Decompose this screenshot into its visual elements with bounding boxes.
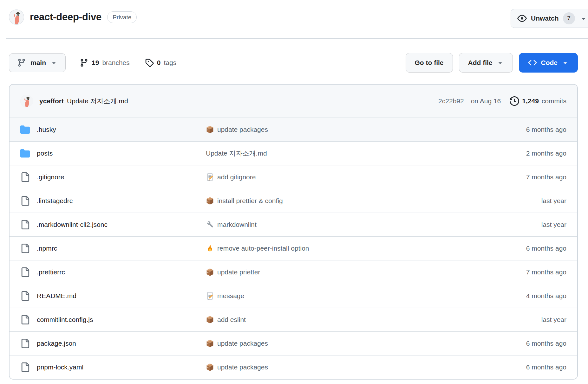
commit-message-cell: remove auto-peer-install option bbox=[206, 244, 465, 253]
branches-count: 19 bbox=[92, 59, 99, 67]
file-name-link[interactable]: .markdownlint-cli2.jsonc bbox=[37, 221, 108, 228]
file-name-link[interactable]: .gitignore bbox=[37, 173, 64, 181]
file-name-link[interactable]: .prettierrc bbox=[37, 268, 65, 276]
row-commit-date: 6 months ago bbox=[465, 340, 566, 347]
row-commit-message-link[interactable]: Update 저자소개.md bbox=[206, 149, 267, 158]
commit-meta: 2c22b92 on Aug 16 1,249 commits bbox=[438, 96, 566, 106]
file-icon bbox=[20, 244, 30, 253]
file-icon bbox=[20, 220, 30, 229]
file-name-link[interactable]: posts bbox=[37, 150, 53, 157]
commit-message-cell: install prettier & config bbox=[206, 197, 465, 205]
row-commit-message-link[interactable]: install prettier & config bbox=[217, 197, 283, 205]
commit-message-link[interactable]: Update 저자소개.md bbox=[67, 97, 128, 106]
row-commit-message-link[interactable]: remove auto-peer-install option bbox=[217, 245, 309, 252]
row-commit-date: 4 months ago bbox=[465, 292, 566, 300]
repo-owner-avatar[interactable] bbox=[9, 10, 24, 25]
table-row[interactable]: posts Update 저자소개.md 2 months ago bbox=[10, 141, 577, 165]
repo-stats: 19 branches 0 tags bbox=[80, 58, 176, 67]
table-row[interactable]: .prettierrc update prietter 7 months ago bbox=[10, 260, 577, 284]
file-name-cell: .gitignore bbox=[20, 172, 206, 182]
commit-author-avatar[interactable] bbox=[20, 95, 33, 107]
commit-message-cell: add eslint bbox=[206, 316, 465, 324]
header-divider bbox=[6, 38, 588, 39]
file-icon bbox=[20, 339, 30, 348]
package-emoji bbox=[206, 363, 214, 371]
watch-count-badge: 7 bbox=[563, 12, 575, 24]
branches-link[interactable]: 19 branches bbox=[80, 58, 130, 67]
commit-sha-link[interactable]: 2c22b92 bbox=[438, 97, 464, 105]
package-emoji bbox=[206, 268, 214, 276]
file-name-link[interactable]: .npmrc bbox=[37, 245, 57, 252]
tags-label: tags bbox=[164, 59, 176, 67]
chevron-down-icon bbox=[580, 15, 587, 22]
file-name-cell: .husky bbox=[20, 125, 206, 134]
commit-message-cell: markdownlint bbox=[206, 221, 465, 229]
file-name-cell: .npmrc bbox=[20, 244, 206, 253]
file-name-cell: package.json bbox=[20, 339, 206, 348]
file-name-link[interactable]: .husky bbox=[37, 126, 56, 133]
row-commit-message-link[interactable]: add gitignore bbox=[217, 173, 256, 181]
code-label: Code bbox=[541, 59, 558, 67]
folder-icon bbox=[20, 149, 30, 158]
row-commit-date: 2 months ago bbox=[465, 150, 566, 157]
table-row[interactable]: package.json update packages 6 months ag… bbox=[10, 331, 577, 355]
table-row[interactable]: pnpm-lock.yaml update packages 6 months … bbox=[10, 355, 577, 379]
commit-message-cell: Update 저자소개.md bbox=[206, 149, 465, 158]
memo-emoji bbox=[206, 292, 214, 300]
file-name-link[interactable]: pnpm-lock.yaml bbox=[37, 363, 83, 371]
wrench-emoji bbox=[206, 221, 214, 229]
latest-commit-bar: yceffort Update 저자소개.md 2c22b92 on Aug 1… bbox=[10, 85, 577, 118]
file-name-link[interactable]: README.md bbox=[37, 292, 76, 300]
branch-selector-button[interactable]: main bbox=[9, 53, 66, 72]
current-branch-label: main bbox=[30, 59, 46, 67]
row-commit-date: 7 months ago bbox=[465, 173, 566, 181]
file-name-link[interactable]: .lintstagedrc bbox=[37, 197, 73, 205]
row-commit-message-link[interactable]: update packages bbox=[217, 340, 268, 347]
table-row[interactable]: .gitignore add gitignore 7 months ago bbox=[10, 165, 577, 189]
repo-header: react-deep-dive Private bbox=[9, 10, 137, 25]
row-commit-date: last year bbox=[465, 197, 566, 205]
table-row[interactable]: README.md message 4 months ago bbox=[10, 284, 577, 308]
tags-link[interactable]: 0 tags bbox=[145, 58, 176, 67]
file-name-cell: commitlint.config.js bbox=[20, 315, 206, 324]
package-emoji bbox=[206, 197, 214, 205]
commit-author-link[interactable]: yceffort bbox=[39, 97, 64, 105]
table-row[interactable]: .markdownlint-cli2.jsonc markdownlint la… bbox=[10, 213, 577, 236]
row-commit-message-link[interactable]: message bbox=[217, 292, 244, 300]
visibility-badge: Private bbox=[107, 11, 137, 23]
unwatch-button[interactable]: Unwatch 7 bbox=[511, 9, 588, 28]
table-row[interactable]: .lintstagedrc install prettier & config … bbox=[10, 189, 577, 213]
file-icon bbox=[20, 291, 30, 301]
file-name-cell: .prettierrc bbox=[20, 267, 206, 277]
chevron-down-icon bbox=[562, 59, 569, 66]
table-row[interactable]: commitlint.config.js add eslint last yea… bbox=[10, 308, 577, 331]
file-name-link[interactable]: package.json bbox=[37, 340, 76, 347]
git-branch-icon bbox=[17, 58, 26, 67]
row-commit-message-link[interactable]: add eslint bbox=[217, 316, 246, 323]
repo-name-link[interactable]: react-deep-dive bbox=[30, 11, 101, 23]
commit-message-cell: add gitignore bbox=[206, 173, 465, 181]
chevron-down-icon bbox=[497, 59, 504, 66]
file-rows: .husky update packages 6 months ago post… bbox=[10, 118, 577, 379]
go-to-file-button[interactable]: Go to file bbox=[406, 53, 453, 73]
row-commit-message-link[interactable]: update prietter bbox=[217, 268, 260, 276]
row-commit-message-link[interactable]: markdownlint bbox=[217, 221, 257, 228]
row-commit-message-link[interactable]: update packages bbox=[217, 126, 268, 133]
code-button[interactable]: Code bbox=[519, 53, 578, 73]
file-name-cell: .lintstagedrc bbox=[20, 196, 206, 206]
row-commit-date: 6 months ago bbox=[465, 245, 566, 252]
add-file-label: Add file bbox=[468, 59, 493, 67]
commit-message-cell: update packages bbox=[206, 339, 465, 348]
row-commit-message-link[interactable]: update packages bbox=[217, 363, 268, 371]
commit-message-cell: update prietter bbox=[206, 268, 465, 276]
file-name-cell: README.md bbox=[20, 291, 206, 301]
fire-emoji bbox=[206, 244, 214, 253]
history-clock-icon bbox=[510, 96, 519, 106]
table-row[interactable]: .husky update packages 6 months ago bbox=[10, 118, 577, 141]
row-commit-date: 7 months ago bbox=[465, 268, 566, 276]
file-name-link[interactable]: commitlint.config.js bbox=[37, 316, 93, 323]
add-file-button[interactable]: Add file bbox=[459, 53, 513, 73]
row-commit-date: last year bbox=[465, 221, 566, 228]
table-row[interactable]: .npmrc remove auto-peer-install option 6… bbox=[10, 236, 577, 260]
commit-history-link[interactable]: 1,249 commits bbox=[510, 96, 566, 106]
